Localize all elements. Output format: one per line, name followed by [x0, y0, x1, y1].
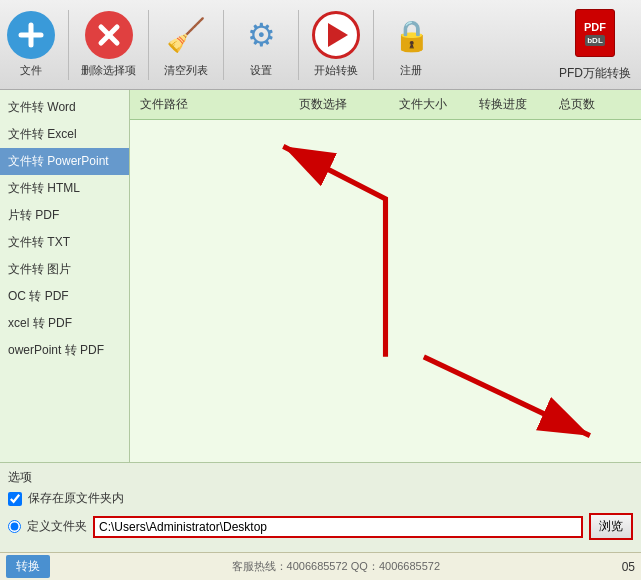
col-filepath: 文件路径 — [136, 94, 295, 115]
sidebar-item-to-image[interactable]: 文件转 图片 — [0, 256, 129, 283]
col-filesize: 文件大小 — [395, 94, 475, 115]
custom-folder-radio[interactable] — [8, 520, 21, 533]
page-number: 05 — [622, 560, 635, 574]
start-button[interactable]: 开始转换 — [311, 11, 361, 78]
table-body — [130, 120, 641, 462]
table-header: 文件路径 页数选择 文件大小 转换进度 总页数 — [130, 90, 641, 120]
add-icon — [7, 11, 55, 59]
sidebar-item-xcel-to-pdf[interactable]: xcel 转 PDF — [0, 310, 129, 337]
hotline-text: 客服热线：4006685572 QQ：4006685572 — [58, 559, 614, 574]
sidebar-item-img-to-pdf[interactable]: 片转 PDF — [0, 202, 129, 229]
separator-4 — [298, 10, 299, 80]
path-input[interactable] — [99, 520, 577, 534]
clear-label: 清空列表 — [164, 63, 208, 78]
sidebar-item-ppt-to-pdf[interactable]: owerPoint 转 PDF — [0, 337, 129, 364]
logo-area: PDF bDL PFD万能转换 — [555, 7, 635, 82]
file-path-row: 定义文件夹 浏览 — [8, 513, 633, 540]
save-original-label: 保存在原文件夹内 — [28, 490, 124, 507]
custom-folder-label: 定义文件夹 — [27, 518, 87, 535]
sidebar-item-doc-to-pdf[interactable]: OC 转 PDF — [0, 283, 129, 310]
annotation-arrow — [130, 120, 641, 462]
separator-1 — [68, 10, 69, 80]
clear-button[interactable]: 🧹 清空列表 — [161, 11, 211, 78]
col-pages: 页数选择 — [295, 94, 395, 115]
pdf-logo-icon: PDF bDL — [569, 7, 621, 59]
separator-3 — [223, 10, 224, 80]
start-label: 开始转换 — [314, 63, 358, 78]
sidebar-item-to-ppt[interactable]: 文件转 PowerPoint — [0, 148, 129, 175]
sidebar-item-to-word[interactable]: 文件转 Word — [0, 94, 129, 121]
register-button[interactable]: 🔒 注册 — [386, 11, 436, 78]
browse-button[interactable]: 浏览 — [589, 513, 633, 540]
play-triangle-icon — [328, 23, 348, 47]
broom-icon: 🧹 — [162, 11, 210, 59]
settings-label: 设置 — [250, 63, 272, 78]
play-circle — [312, 11, 360, 59]
add-file-label: 文件 — [20, 63, 42, 78]
delete-button[interactable]: 删除选择项 — [81, 11, 136, 78]
add-file-button[interactable]: 文件 — [6, 11, 56, 78]
gear-icon: ⚙ — [237, 11, 285, 59]
options-title: 选项 — [8, 469, 633, 486]
lock-icon: 🔒 — [387, 11, 435, 59]
logo-text: PFD万能转换 — [559, 65, 631, 82]
separator-2 — [148, 10, 149, 80]
sidebar: 文件转 Word 文件转 Excel 文件转 PowerPoint 文件转 HT… — [0, 90, 130, 462]
sidebar-item-to-excel[interactable]: 文件转 Excel — [0, 121, 129, 148]
content-area: 文件路径 页数选择 文件大小 转换进度 总页数 — [130, 90, 641, 462]
delete-icon — [85, 11, 133, 59]
col-progress: 转换进度 — [475, 94, 555, 115]
separator-5 — [373, 10, 374, 80]
col-totalpages: 总页数 — [555, 94, 635, 115]
save-original-row: 保存在原文件夹内 — [8, 490, 633, 507]
path-input-wrapper — [93, 516, 583, 538]
sidebar-item-to-html[interactable]: 文件转 HTML — [0, 175, 129, 202]
pdf-doc-icon: PDF bDL — [575, 9, 615, 57]
convert-button[interactable]: 转换 — [6, 555, 50, 578]
options-panel: 选项 保存在原文件夹内 定义文件夹 浏览 — [0, 462, 641, 552]
statusbar: 转换 客服热线：4006685572 QQ：4006685572 05 — [0, 552, 641, 580]
delete-label: 删除选择项 — [81, 63, 136, 78]
register-label: 注册 — [400, 63, 422, 78]
main-area: 文件转 Word 文件转 Excel 文件转 PowerPoint 文件转 HT… — [0, 90, 641, 462]
save-original-checkbox[interactable] — [8, 492, 22, 506]
settings-button[interactable]: ⚙ 设置 — [236, 11, 286, 78]
sidebar-item-to-txt[interactable]: 文件转 TXT — [0, 229, 129, 256]
toolbar: 文件 删除选择项 🧹 清空列表 ⚙ 设置 开始转换 — [0, 0, 641, 90]
